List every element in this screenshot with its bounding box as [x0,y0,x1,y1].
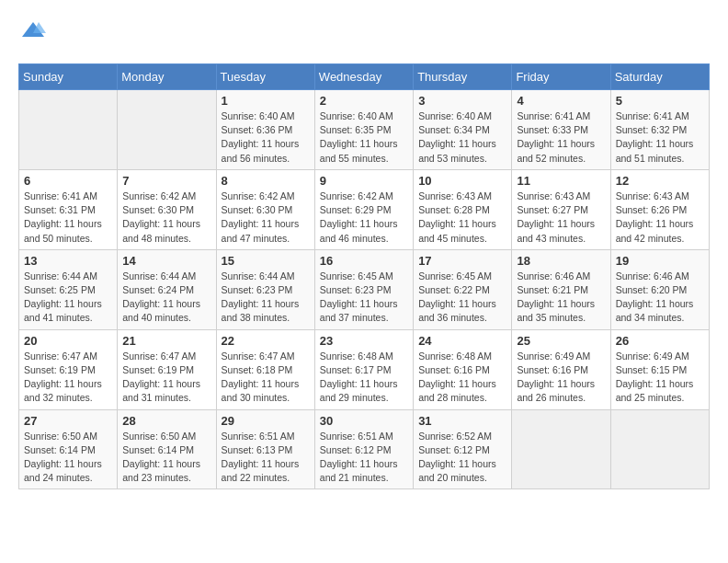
day-info: Sunrise: 6:51 AMSunset: 6:12 PMDaylight:… [320,430,408,486]
calendar-cell: 31Sunrise: 6:52 AMSunset: 6:12 PMDayligh… [414,409,512,489]
day-number: 21 [122,334,210,348]
calendar-cell [512,409,610,489]
calendar-cell: 2Sunrise: 6:40 AMSunset: 6:35 PMDaylight… [314,90,413,170]
day-number: 26 [616,334,704,348]
calendar-cell: 16Sunrise: 6:45 AMSunset: 6:23 PMDayligh… [314,249,413,329]
day-info: Sunrise: 6:42 AMSunset: 6:29 PMDaylight:… [320,190,408,246]
calendar-cell: 17Sunrise: 6:45 AMSunset: 6:22 PMDayligh… [414,249,512,329]
day-number: 10 [418,174,506,188]
day-number: 27 [24,414,112,428]
day-number: 15 [222,254,310,268]
day-info: Sunrise: 6:45 AMSunset: 6:22 PMDaylight:… [418,270,506,326]
calendar-cell: 8Sunrise: 6:42 AMSunset: 6:30 PMDaylight… [216,169,314,249]
day-info: Sunrise: 6:48 AMSunset: 6:17 PMDaylight:… [320,350,408,406]
day-number: 29 [222,414,310,428]
week-row-1: 1Sunrise: 6:40 AMSunset: 6:36 PMDaylight… [19,90,710,170]
calendar-cell: 29Sunrise: 6:51 AMSunset: 6:13 PMDayligh… [216,409,314,489]
calendar-cell: 20Sunrise: 6:47 AMSunset: 6:19 PMDayligh… [19,329,118,409]
day-number: 30 [320,414,408,428]
calendar-cell [610,409,709,489]
day-number: 5 [616,94,704,108]
day-info: Sunrise: 6:41 AMSunset: 6:31 PMDaylight:… [24,190,112,246]
calendar-cell: 21Sunrise: 6:47 AMSunset: 6:19 PMDayligh… [118,329,216,409]
calendar-cell: 12Sunrise: 6:43 AMSunset: 6:26 PMDayligh… [610,169,709,249]
day-info: Sunrise: 6:43 AMSunset: 6:28 PMDaylight:… [418,190,506,246]
calendar-cell: 18Sunrise: 6:46 AMSunset: 6:21 PMDayligh… [512,249,610,329]
calendar-cell: 1Sunrise: 6:40 AMSunset: 6:36 PMDaylight… [216,90,314,170]
day-info: Sunrise: 6:44 AMSunset: 6:25 PMDaylight:… [24,270,112,326]
day-number: 28 [122,414,210,428]
calendar-cell: 11Sunrise: 6:43 AMSunset: 6:27 PMDayligh… [512,169,610,249]
day-info: Sunrise: 6:45 AMSunset: 6:23 PMDaylight:… [320,270,408,326]
day-info: Sunrise: 6:43 AMSunset: 6:27 PMDaylight:… [517,190,605,246]
day-number: 4 [517,94,605,108]
day-info: Sunrise: 6:50 AMSunset: 6:14 PMDaylight:… [24,430,112,486]
day-number: 16 [320,254,408,268]
calendar-cell: 7Sunrise: 6:42 AMSunset: 6:30 PMDaylight… [118,169,216,249]
calendar-cell: 28Sunrise: 6:50 AMSunset: 6:14 PMDayligh… [118,409,216,489]
day-info: Sunrise: 6:42 AMSunset: 6:30 PMDaylight:… [122,190,210,246]
day-info: Sunrise: 6:43 AMSunset: 6:26 PMDaylight:… [616,190,704,246]
day-info: Sunrise: 6:48 AMSunset: 6:16 PMDaylight:… [418,350,506,406]
day-info: Sunrise: 6:49 AMSunset: 6:15 PMDaylight:… [616,350,704,406]
logo-text [18,18,46,49]
calendar-cell: 15Sunrise: 6:44 AMSunset: 6:23 PMDayligh… [216,249,314,329]
page-header [18,18,710,49]
weekday-header-friday: Friday [512,64,610,90]
week-row-4: 20Sunrise: 6:47 AMSunset: 6:19 PMDayligh… [19,329,710,409]
day-info: Sunrise: 6:41 AMSunset: 6:32 PMDaylight:… [616,109,704,166]
day-number: 22 [222,334,310,348]
calendar-header: SundayMondayTuesdayWednesdayThursdayFrid… [19,64,710,90]
day-info: Sunrise: 6:47 AMSunset: 6:19 PMDaylight:… [24,350,112,406]
day-number: 1 [222,94,310,108]
week-row-2: 6Sunrise: 6:41 AMSunset: 6:31 PMDaylight… [19,169,710,249]
day-info: Sunrise: 6:50 AMSunset: 6:14 PMDaylight:… [122,430,210,486]
day-info: Sunrise: 6:51 AMSunset: 6:13 PMDaylight:… [222,430,310,486]
calendar-cell [118,90,216,170]
calendar-cell: 6Sunrise: 6:41 AMSunset: 6:31 PMDaylight… [19,169,118,249]
week-row-3: 13Sunrise: 6:44 AMSunset: 6:25 PMDayligh… [19,249,710,329]
week-row-5: 27Sunrise: 6:50 AMSunset: 6:14 PMDayligh… [19,409,710,489]
day-info: Sunrise: 6:41 AMSunset: 6:33 PMDaylight:… [517,109,605,166]
day-info: Sunrise: 6:52 AMSunset: 6:12 PMDaylight:… [418,430,506,486]
day-number: 13 [24,254,112,268]
day-number: 24 [418,334,506,348]
calendar-cell: 27Sunrise: 6:50 AMSunset: 6:14 PMDayligh… [19,409,118,489]
day-number: 9 [320,174,408,188]
calendar-cell: 4Sunrise: 6:41 AMSunset: 6:33 PMDaylight… [512,90,610,170]
day-number: 25 [517,334,605,348]
day-info: Sunrise: 6:40 AMSunset: 6:35 PMDaylight:… [320,109,408,166]
weekday-header-saturday: Saturday [610,64,709,90]
day-number: 11 [517,174,605,188]
day-number: 14 [122,254,210,268]
calendar-cell: 10Sunrise: 6:43 AMSunset: 6:28 PMDayligh… [414,169,512,249]
day-number: 7 [122,174,210,188]
day-info: Sunrise: 6:46 AMSunset: 6:20 PMDaylight:… [616,270,704,326]
calendar-cell: 14Sunrise: 6:44 AMSunset: 6:24 PMDayligh… [118,249,216,329]
day-number: 19 [616,254,704,268]
day-number: 8 [222,174,310,188]
day-number: 3 [418,94,506,108]
day-info: Sunrise: 6:47 AMSunset: 6:19 PMDaylight:… [122,350,210,406]
day-number: 18 [517,254,605,268]
day-info: Sunrise: 6:47 AMSunset: 6:18 PMDaylight:… [222,350,310,406]
day-info: Sunrise: 6:40 AMSunset: 6:34 PMDaylight:… [418,109,506,166]
calendar-cell: 24Sunrise: 6:48 AMSunset: 6:16 PMDayligh… [414,329,512,409]
weekday-header-sunday: Sunday [19,64,118,90]
calendar-cell: 9Sunrise: 6:42 AMSunset: 6:29 PMDaylight… [314,169,413,249]
day-info: Sunrise: 6:44 AMSunset: 6:23 PMDaylight:… [222,270,310,326]
calendar-cell: 30Sunrise: 6:51 AMSunset: 6:12 PMDayligh… [314,409,413,489]
calendar-body: 1Sunrise: 6:40 AMSunset: 6:36 PMDaylight… [19,90,710,489]
weekday-header-monday: Monday [118,64,216,90]
day-info: Sunrise: 6:40 AMSunset: 6:36 PMDaylight:… [222,109,310,166]
day-number: 20 [24,334,112,348]
calendar-table: SundayMondayTuesdayWednesdayThursdayFrid… [18,63,710,489]
logo-icon [20,18,46,44]
calendar-cell: 5Sunrise: 6:41 AMSunset: 6:32 PMDaylight… [610,90,709,170]
day-number: 2 [320,94,408,108]
day-info: Sunrise: 6:42 AMSunset: 6:30 PMDaylight:… [222,190,310,246]
day-info: Sunrise: 6:49 AMSunset: 6:16 PMDaylight:… [517,350,605,406]
day-info: Sunrise: 6:44 AMSunset: 6:24 PMDaylight:… [122,270,210,326]
weekday-header-tuesday: Tuesday [216,64,314,90]
calendar-cell: 26Sunrise: 6:49 AMSunset: 6:15 PMDayligh… [610,329,709,409]
